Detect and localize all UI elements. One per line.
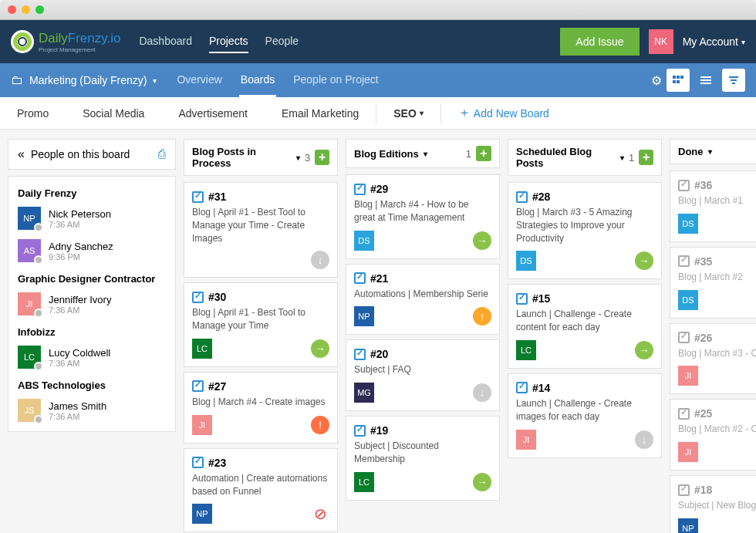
- card[interactable]: #19Subject | Discounted MembershipLC→: [346, 416, 500, 501]
- column-header[interactable]: Blog Posts in Process▾3+: [184, 139, 338, 176]
- card[interactable]: #28Blog | March #3 - 5 Amazing Strategie…: [508, 182, 662, 279]
- board-column: Blog Editions▾1+#29Blog | March #4 - How…: [346, 139, 500, 533]
- status-icon: ↓: [311, 251, 329, 269]
- card-id: #20: [370, 348, 388, 360]
- user-avatar[interactable]: NK: [649, 29, 673, 54]
- board-tab-social[interactable]: Social Media: [66, 97, 161, 129]
- card[interactable]: #26Blog | March #3 - CJI: [670, 323, 756, 395]
- assignee-avatar: DS: [678, 214, 698, 234]
- card-id: #36: [694, 179, 712, 191]
- sidebar-title: People on this board: [31, 148, 130, 160]
- card-description: Blog | March #1: [678, 194, 756, 207]
- project-name-label: Marketing (Daily Frenzy): [29, 74, 147, 86]
- card-description: Launch | Challenge - Create images for e…: [516, 397, 653, 423]
- subnav-overview[interactable]: Overview: [175, 64, 223, 97]
- person-row[interactable]: LCLucy Coldwell7:36 AM: [8, 341, 175, 373]
- card-description: Automation | Create automations based on…: [192, 472, 329, 498]
- board-tab-advertisement[interactable]: Advertisement: [161, 97, 264, 129]
- subnav-people[interactable]: People on Project: [292, 64, 380, 97]
- card[interactable]: #20Subject | FAQMG↓: [346, 339, 500, 411]
- check-icon: [192, 380, 204, 392]
- chevron-down-icon: ▾: [296, 153, 300, 162]
- group-title: ABS Technologies: [8, 373, 175, 394]
- card[interactable]: #29Blog | March #4 - How to be great at …: [346, 174, 500, 259]
- assignee-avatar: JI: [678, 442, 698, 462]
- project-selector[interactable]: 🗀 Marketing (Daily Frenzy) ▾: [11, 73, 157, 87]
- person-avatar: LC: [18, 346, 41, 369]
- svg-rect-2: [680, 76, 683, 79]
- board-tab-seo[interactable]: SEO▾: [376, 97, 440, 129]
- chevron-down-icon: ▾: [424, 150, 427, 158]
- chevron-down-icon: ▾: [708, 147, 712, 156]
- card[interactable]: #23Automation | Create automations based…: [184, 448, 338, 533]
- column-header[interactable]: Scheduled Blog Posts▾1+: [508, 139, 662, 176]
- my-account-menu[interactable]: My Account▾: [683, 35, 745, 48]
- nav-projects[interactable]: Projects: [209, 30, 248, 53]
- person-row[interactable]: NPNick Peterson7:36 AM: [8, 202, 175, 234]
- chevron-down-icon: ▾: [153, 76, 157, 85]
- maximize-window-icon[interactable]: [35, 5, 44, 14]
- board-tab-email[interactable]: Email Marketing: [265, 97, 376, 129]
- view-filter-button[interactable]: [722, 69, 745, 92]
- person-row[interactable]: ASAdny Sanchez9:36 PM: [8, 234, 175, 267]
- close-window-icon[interactable]: [8, 5, 16, 14]
- card[interactable]: #18Subject | New BlogNP: [670, 475, 756, 533]
- board-tab-promo[interactable]: Promo: [0, 97, 66, 129]
- status-icon: ⊘: [311, 504, 329, 523]
- view-board-button[interactable]: [667, 69, 690, 92]
- person-row[interactable]: JIJenniffer Ivory7:36 AM: [8, 288, 175, 320]
- person-avatar: AS: [18, 239, 41, 262]
- check-icon: [354, 272, 366, 284]
- card-description: Subject | FAQ: [354, 363, 491, 376]
- people-sidebar: « People on this board ⎙ Daily FrenzyNPN…: [8, 139, 176, 533]
- person-row[interactable]: JSJames Smith7:36 AM: [8, 394, 175, 427]
- card-id: #29: [370, 183, 388, 195]
- svg-rect-9: [731, 79, 737, 81]
- status-icon: ↑: [473, 307, 491, 326]
- card[interactable]: #25Blog | March #2 - CJI: [670, 399, 756, 471]
- card[interactable]: #35Blog | March #2DS: [670, 247, 756, 319]
- column-header[interactable]: Blog Editions▾1+: [346, 139, 500, 168]
- board-column: Scheduled Blog Posts▾1+#28Blog | March #…: [508, 139, 662, 533]
- add-board-button[interactable]: ＋Add New Board: [441, 97, 566, 129]
- check-icon: [678, 484, 690, 496]
- subnav-boards[interactable]: Boards: [239, 64, 276, 97]
- minimize-window-icon[interactable]: [22, 5, 30, 14]
- add-card-button[interactable]: +: [639, 150, 653, 165]
- person-time: 9:36 PM: [49, 252, 113, 261]
- card-description: Subject | Discounted Membership: [354, 440, 491, 466]
- add-issue-button[interactable]: Add Issue: [560, 28, 639, 56]
- card[interactable]: #30Blog | April #1 - Best Tool to Manage…: [184, 282, 338, 367]
- card-id: #30: [208, 291, 226, 303]
- card[interactable]: #14Launch | Challenge - Create images fo…: [508, 373, 662, 458]
- add-card-button[interactable]: +: [476, 146, 491, 161]
- gear-icon[interactable]: ⚙: [651, 73, 662, 88]
- chevron-down-icon: ▾: [620, 153, 624, 162]
- card[interactable]: #31Blog | April #1 - Best Tool to Manage…: [184, 182, 338, 278]
- card[interactable]: #27Blog | March #4 - Create imagesJI!: [184, 372, 338, 444]
- card[interactable]: #36Blog | March #1DS: [670, 170, 756, 242]
- view-list-button[interactable]: [694, 69, 717, 92]
- check-icon: [354, 349, 366, 360]
- add-person-icon[interactable]: ⎙: [158, 147, 166, 161]
- window-chrome: [0, 0, 756, 20]
- svg-rect-7: [700, 83, 711, 84]
- column-header[interactable]: Done▾: [670, 139, 756, 164]
- check-icon: [678, 408, 690, 420]
- chevron-down-icon: ▾: [741, 38, 745, 46]
- check-icon: [678, 332, 690, 343]
- card-id: #23: [208, 457, 226, 469]
- boards-tab-bar: Promo Social Media Advertisement Email M…: [0, 97, 756, 130]
- card[interactable]: #21Automations | Membership SerieNP↑: [346, 264, 500, 336]
- nav-dashboard[interactable]: Dashboard: [139, 30, 192, 53]
- card-id: #26: [694, 332, 712, 344]
- column-count: 1: [466, 148, 471, 160]
- card-id: #21: [370, 272, 388, 285]
- assignee-avatar: NP: [678, 518, 698, 533]
- collapse-icon[interactable]: «: [18, 147, 25, 161]
- add-card-button[interactable]: +: [315, 150, 329, 165]
- logo[interactable]: DailyFrenzy.io Project Management: [11, 30, 120, 53]
- column-title: Scheduled Blog Posts: [516, 146, 616, 169]
- nav-people[interactable]: People: [265, 30, 299, 53]
- card[interactable]: #15Launch | Challenge - Create content f…: [508, 284, 662, 369]
